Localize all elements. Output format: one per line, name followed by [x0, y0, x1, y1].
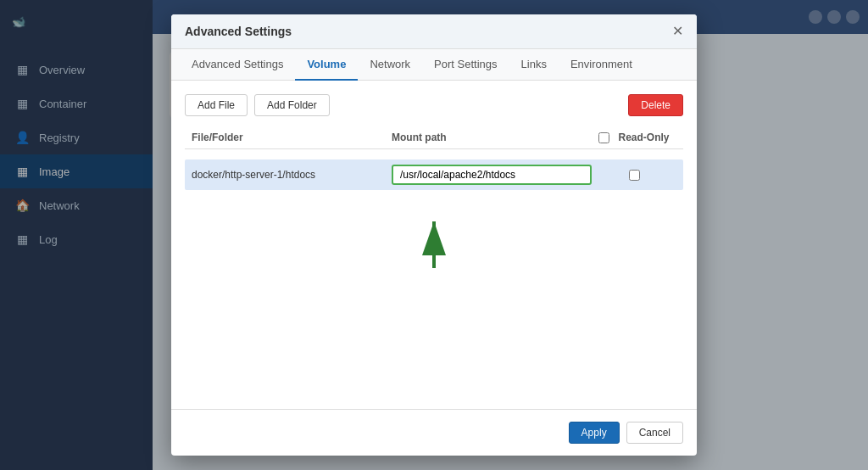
read-only-header-checkbox[interactable] [598, 132, 609, 143]
tab-advanced-settings[interactable]: Advanced Settings [180, 49, 295, 81]
tab-environment[interactable]: Environment [559, 49, 644, 81]
cell-file-folder: docker/http-server-1/htdocs [192, 169, 392, 181]
cancel-button[interactable]: Cancel [626, 422, 683, 444]
green-arrow-svg [409, 209, 459, 277]
apply-button[interactable]: Apply [569, 422, 620, 444]
dialog-close-button[interactable]: ✕ [672, 25, 683, 38]
volume-table-row: docker/http-server-1/htdocs [185, 159, 683, 190]
col-header-file-folder: File/Folder [192, 131, 392, 143]
add-file-button[interactable]: Add File [185, 94, 248, 116]
mount-path-input[interactable] [392, 165, 592, 185]
annotation-arrow [185, 200, 683, 268]
col-header-read-only: Read-Only [592, 131, 676, 143]
dialog-body: Add File Add Folder Delete File/Folder M… [171, 81, 697, 409]
dialog-overlay: Advanced Settings ✕ Advanced Settings Vo… [0, 0, 868, 470]
delete-button[interactable]: Delete [628, 94, 683, 116]
tab-port-settings[interactable]: Port Settings [422, 49, 509, 81]
advanced-settings-dialog: Advanced Settings ✕ Advanced Settings Vo… [171, 14, 697, 456]
volume-toolbar: Add File Add Folder Delete [185, 94, 683, 116]
dialog-header: Advanced Settings ✕ [171, 14, 697, 49]
volume-table-header: File/Folder Mount path Read-Only [185, 126, 683, 149]
cell-read-only [592, 170, 676, 181]
dialog-footer: Apply Cancel [171, 409, 697, 456]
read-only-checkbox[interactable] [629, 170, 640, 181]
dialog-tabs: Advanced Settings Volume Network Port Se… [171, 49, 697, 81]
col-header-mount-path: Mount path [392, 131, 592, 143]
tab-links[interactable]: Links [509, 49, 559, 81]
dialog-title: Advanced Settings [185, 25, 292, 38]
add-folder-button[interactable]: Add Folder [254, 94, 330, 116]
cell-mount-path [392, 165, 592, 185]
tab-volume[interactable]: Volume [295, 49, 358, 81]
tab-network[interactable]: Network [358, 49, 422, 81]
